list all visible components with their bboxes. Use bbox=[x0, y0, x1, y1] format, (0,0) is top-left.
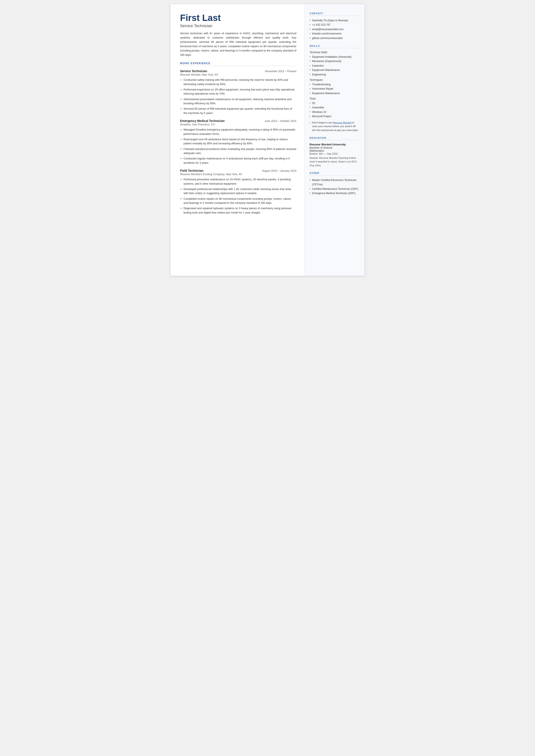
job-bullet-2-0: Performed preventive maintenance on 15 H… bbox=[180, 178, 296, 186]
cert-item-1: Certified Maintenance Technician (CMT). bbox=[309, 187, 359, 191]
tool-3: Microsoft Project bbox=[309, 114, 359, 119]
job-block-2: Field TechnicianAugust 2010 – January 20… bbox=[180, 169, 296, 215]
job-title-2: Field Technician bbox=[180, 169, 204, 172]
job-header-2: Field TechnicianAugust 2010 – January 20… bbox=[180, 169, 296, 172]
edu-date: Boston, MA — July 2010 bbox=[309, 152, 359, 155]
job-bullets-1: Managed Growthsi emergency equipment ade… bbox=[180, 128, 296, 165]
job-company-2: Resume Worded's Exciting Company, New Yo… bbox=[180, 173, 296, 176]
other-section: OTHER Master Certified Electronics Techn… bbox=[309, 172, 359, 196]
summary-text: Service technician with 9+ years of expe… bbox=[180, 31, 296, 57]
candidate-name: First Last bbox=[180, 13, 296, 23]
edu-field: Mathematics bbox=[309, 149, 359, 152]
job-title-0: Service Technician bbox=[180, 70, 207, 73]
promo-prefix: Don't forget to use bbox=[312, 121, 333, 124]
tool-2: Windows 10 bbox=[309, 110, 359, 114]
job-bullets-2: Performed preventive maintenance on 15 H… bbox=[180, 178, 296, 215]
right-column: CONTACT Nashville,TN (Open to Remote)+1-… bbox=[304, 4, 364, 276]
education-block: Resume Worded University Bachelor of Sci… bbox=[309, 143, 359, 167]
left-column: First Last Service Technician Service te… bbox=[171, 4, 304, 276]
cert-list: Master Certified Electronics Technician … bbox=[309, 178, 359, 196]
job-dates-2: August 2010 – January 2013 bbox=[262, 169, 296, 172]
job-block-0: Service TechnicianNovember 2015 – Presen… bbox=[180, 70, 296, 115]
tech-skill-2: Inspection bbox=[309, 64, 359, 68]
techniques-list: TroubleshootingAutomotive RepairEquipmen… bbox=[309, 82, 359, 96]
edu-degree: Bachelor of Science bbox=[309, 146, 359, 149]
job-company-0: Resume Worded, New York, NY bbox=[180, 73, 296, 76]
tech-skill-1: Mechanics (Experienced) bbox=[309, 59, 359, 63]
job-bullet-0-2: Administered preventative maintenance on… bbox=[180, 97, 296, 106]
job-dates-1: June 2013 – October 2015 bbox=[265, 120, 296, 123]
job-bullet-2-2: Completed routine repairs on 90 mechanic… bbox=[180, 197, 296, 205]
job-bullet-1-2: Followed standard procedures when evalua… bbox=[180, 147, 296, 156]
job-bullet-0-1: Performed inspections on 29 office equip… bbox=[180, 88, 296, 96]
technique-1: Automotive Repair bbox=[309, 87, 359, 91]
contact-section: CONTACT Nashville,TN (Open to Remote)+1-… bbox=[309, 12, 359, 40]
job-bullet-1-0: Managed Growthsi emergency equipment ade… bbox=[180, 128, 296, 136]
technical-skills-label: Technical Skills: bbox=[309, 51, 359, 54]
contact-section-title: CONTACT bbox=[309, 12, 359, 16]
technique-2: Equipment Maintenance bbox=[309, 91, 359, 96]
job-company-1: Growthsi, San Francisco, CA bbox=[180, 123, 296, 126]
contact-item-4: github.com/resumeworded bbox=[309, 36, 359, 40]
tools-label: Tools: bbox=[309, 97, 359, 100]
education-section: EDUCATION Resume Worded University Bache… bbox=[309, 136, 359, 167]
tech-skill-0: Equipment Installation (Advanced) bbox=[309, 55, 359, 59]
skills-section: SKILLS Technical Skills: Equipment Insta… bbox=[309, 44, 359, 132]
tech-skill-3: Equipment Maintenance bbox=[309, 68, 359, 72]
cert-item-0: Master Certified Electronics Technician … bbox=[309, 178, 359, 187]
edu-school: Resume Worded University bbox=[309, 143, 359, 146]
edu-awards: Awards: Resume Worded Teaching Fellow (o… bbox=[309, 156, 359, 167]
promo-link[interactable]: Resume Worded bbox=[333, 121, 352, 124]
resume-page: First Last Service Technician Service te… bbox=[171, 4, 364, 276]
tool-0: 5S bbox=[309, 101, 359, 105]
technique-0: Troubleshooting bbox=[309, 82, 359, 87]
techniques-label: Techniques: bbox=[309, 78, 359, 81]
job-bullet-2-1: Developed professional relationships wit… bbox=[180, 187, 296, 196]
job-bullet-0-0: Conducted safety training with RW person… bbox=[180, 78, 296, 86]
job-dates-0: November 2015 – Present bbox=[265, 70, 296, 73]
other-section-title: OTHER bbox=[309, 172, 359, 175]
contact-item-3: linkedin.com/in/username bbox=[309, 31, 359, 36]
work-experience-section-title: WORK EXPERIENCE bbox=[180, 62, 296, 66]
promo-text: Don't forget to use Resume Worded to sca… bbox=[309, 121, 359, 132]
job-bullet-1-1: Rearranged over 60 ambulance items based… bbox=[180, 137, 296, 146]
job-block-1: Emergency Medical TechnicianJune 2013 – … bbox=[180, 119, 296, 165]
technical-skills-list: Equipment Installation (Advanced)Mechani… bbox=[309, 55, 359, 77]
candidate-title: Service Technician bbox=[180, 24, 296, 28]
skills-section-title: SKILLS bbox=[309, 44, 359, 48]
contact-item-1: +1-432-222-767 bbox=[309, 23, 359, 27]
tool-1: Assembler bbox=[309, 105, 359, 110]
tech-skill-4: Engineering bbox=[309, 73, 359, 77]
job-title-1: Emergency Medical Technician bbox=[180, 119, 225, 123]
job-header-0: Service TechnicianNovember 2015 – Presen… bbox=[180, 70, 296, 73]
contact-item-2: email@resumeworded.com bbox=[309, 27, 359, 31]
tools-list: 5SAssemblerWindows 10Microsoft Project bbox=[309, 101, 359, 119]
cert-item-2: Emergency Medical Technician (EMT). bbox=[309, 191, 359, 195]
job-bullet-1-3: Conducted regular maintenance on 5 ambul… bbox=[180, 157, 296, 165]
contact-item-0: Nashville,TN (Open to Remote) bbox=[309, 18, 359, 23]
jobs-container: Service TechnicianNovember 2015 – Presen… bbox=[180, 70, 296, 215]
job-bullets-0: Conducted safety training with RW person… bbox=[180, 78, 296, 115]
job-bullet-2-3: Diagnosed and repaired hydraulic systems… bbox=[180, 206, 296, 215]
job-header-1: Emergency Medical TechnicianJune 2013 – … bbox=[180, 119, 296, 123]
job-bullet-0-3: Serviced 85 pieces of RW industrial equi… bbox=[180, 107, 296, 115]
education-section-title: EDUCATION bbox=[309, 136, 359, 140]
contact-list: Nashville,TN (Open to Remote)+1-432-222-… bbox=[309, 18, 359, 40]
